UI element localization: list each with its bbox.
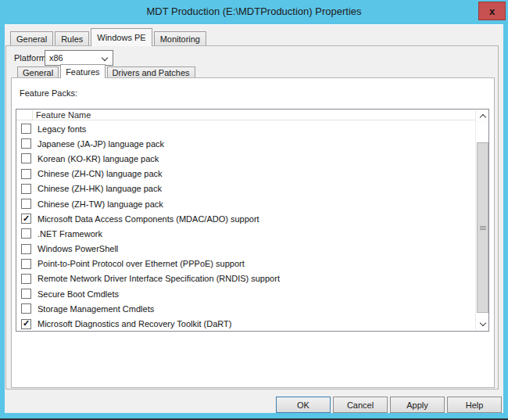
feature-name: Microsoft Data Access Components (MDAC/A… <box>38 214 259 224</box>
feature-row[interactable]: ✓ Chinese (ZH-CN) language pack <box>16 167 475 181</box>
main-tab-label: General <box>16 34 47 44</box>
feature-row[interactable]: ✓ Windows PowerShell <box>16 242 475 257</box>
feature-name: Chinese (ZH-TW) language pack <box>38 199 163 209</box>
platform-label: Platform: <box>14 53 48 63</box>
feature-packs-list: Feature Name ✓ Legacy fonts ✓ <box>16 109 489 332</box>
feature-checkbox[interactable]: ✓ <box>21 228 31 239</box>
feature-checkbox[interactable]: ✓ <box>21 124 31 134</box>
feature-checkbox[interactable]: ✓ <box>21 153 31 163</box>
chevron-down-icon <box>102 55 108 61</box>
cancel-button[interactable]: Cancel <box>333 397 388 413</box>
feature-row[interactable]: ✓ Secure Boot Cmdlets <box>16 286 475 301</box>
feature-name: Chinese (ZH-CN) language pack <box>38 169 163 178</box>
sub-tab-label: General <box>23 68 53 77</box>
scroll-down-button[interactable] <box>476 318 489 331</box>
properties-dialog: MDT Production (E:\MDTProduction) Proper… <box>0 0 508 420</box>
feature-checkbox[interactable]: ✓ <box>21 199 31 209</box>
feature-name: Storage Management Cmdlets <box>38 304 154 314</box>
feature-name: Secure Boot Cmdlets <box>38 289 119 299</box>
sub-tab[interactable]: Features <box>60 64 105 78</box>
feature-row[interactable]: ✓ Chinese (ZH-TW) language pack <box>16 196 475 211</box>
main-tab-label: Windows PE <box>97 33 145 42</box>
scrollbar-thumb[interactable] <box>477 142 488 313</box>
main-tab-label: Rules <box>61 34 83 44</box>
dialog-title: MDT Production (E:\MDTProduction) Proper… <box>0 5 508 17</box>
sub-tab[interactable]: General <box>17 66 59 77</box>
platform-dropdown-value: x86 <box>49 53 63 63</box>
feature-checkbox[interactable]: ✓ <box>21 138 31 149</box>
feature-name: Windows PowerShell <box>38 244 118 253</box>
ok-button[interactable]: OK <box>276 397 331 413</box>
feature-checkbox[interactable]: ✓ <box>21 169 31 179</box>
feature-row[interactable]: ✓ Japanese (JA-JP) language pack <box>16 136 475 151</box>
feature-name: Remote Network Driver Interface Specific… <box>38 274 280 283</box>
feature-row[interactable]: ✓ Microsoft Data Access Components (MDAC… <box>16 211 475 226</box>
feature-checkbox[interactable]: ✓ <box>21 319 31 329</box>
main-tab[interactable]: Rules <box>55 31 89 45</box>
checkbox-column-header <box>16 109 33 120</box>
dialog-client-area: General Rules Windows PE Monitoring Plat… <box>5 24 503 413</box>
feature-checkbox[interactable]: ✓ <box>21 184 31 194</box>
scroll-up-button[interactable] <box>476 109 489 123</box>
sub-tabstrip: General Features Drivers and Patches <box>17 64 195 77</box>
feature-checkbox[interactable]: ✓ <box>21 244 31 254</box>
checkmark-icon: ✓ <box>23 214 30 223</box>
sub-tab-label: Drivers and Patches <box>113 68 190 77</box>
feature-checkbox[interactable]: ✓ <box>21 303 31 314</box>
feature-row[interactable]: ✓ Remote Network Driver Interface Specif… <box>16 271 475 286</box>
feature-row[interactable]: ✓ .NET Framework <box>16 226 475 241</box>
feature-name: Microsoft Diagnostics and Recovery Toolk… <box>38 319 231 328</box>
main-tab[interactable]: Windows PE <box>91 28 152 46</box>
feature-name: .NET Framework <box>38 229 102 239</box>
titlebar: MDT Production (E:\MDTProduction) Proper… <box>0 0 508 24</box>
main-tabstrip: General Rules Windows PE Monitoring <box>10 28 206 45</box>
main-tab[interactable]: Monitoring <box>154 31 206 45</box>
feature-name: Point-to-Point Protocol over Ethernet (P… <box>38 259 245 268</box>
platform-dropdown[interactable]: x86 <box>45 50 113 66</box>
list-header[interactable]: Feature Name <box>16 109 488 120</box>
feature-checkbox[interactable]: ✓ <box>21 259 31 269</box>
main-tab[interactable]: General <box>10 31 53 45</box>
feature-checkbox[interactable]: ✓ <box>21 274 31 284</box>
apply-button[interactable]: Apply <box>390 397 445 413</box>
feature-name-column-header: Feature Name <box>33 110 91 120</box>
feature-name: Japanese (JA-JP) language pack <box>38 139 164 149</box>
feature-name: Chinese (ZH-HK) language pack <box>38 184 162 193</box>
close-button[interactable]: x <box>478 2 506 20</box>
feature-row[interactable]: ✓ Legacy fonts <box>16 121 475 136</box>
feature-row[interactable]: ✓ Microsoft Diagnostics and Recovery Too… <box>16 316 475 331</box>
vertical-scrollbar[interactable] <box>475 109 488 331</box>
feature-row[interactable]: ✓ Korean (KO-KR) language pack <box>16 151 475 166</box>
close-icon: x <box>489 6 495 16</box>
sub-tab-label: Features <box>66 67 99 77</box>
checkmark-icon: ✓ <box>23 319 30 328</box>
chevron-up-icon <box>479 114 485 120</box>
chevron-down-icon <box>479 320 485 326</box>
feature-row[interactable]: ✓ Storage Management Cmdlets <box>16 301 475 316</box>
list-rows: ✓ Legacy fonts ✓ Japanese (JA-JP) langua… <box>16 121 475 331</box>
scrollbar-grip-icon <box>480 225 486 231</box>
main-tab-label: Monitoring <box>160 34 200 44</box>
feature-row[interactable]: ✓ Chinese (ZH-HK) language pack <box>16 181 475 196</box>
feature-name: Legacy fonts <box>38 124 86 134</box>
feature-packs-label: Feature Packs: <box>20 88 77 98</box>
sub-tab[interactable]: Drivers and Patches <box>107 66 195 77</box>
help-button[interactable]: Help <box>447 397 502 413</box>
feature-checkbox[interactable]: ✓ <box>21 289 31 299</box>
feature-row[interactable]: ✓ Point-to-Point Protocol over Ethernet … <box>16 257 475 271</box>
feature-checkbox[interactable]: ✓ <box>21 214 31 224</box>
feature-name: Korean (KO-KR) language pack <box>38 154 159 163</box>
